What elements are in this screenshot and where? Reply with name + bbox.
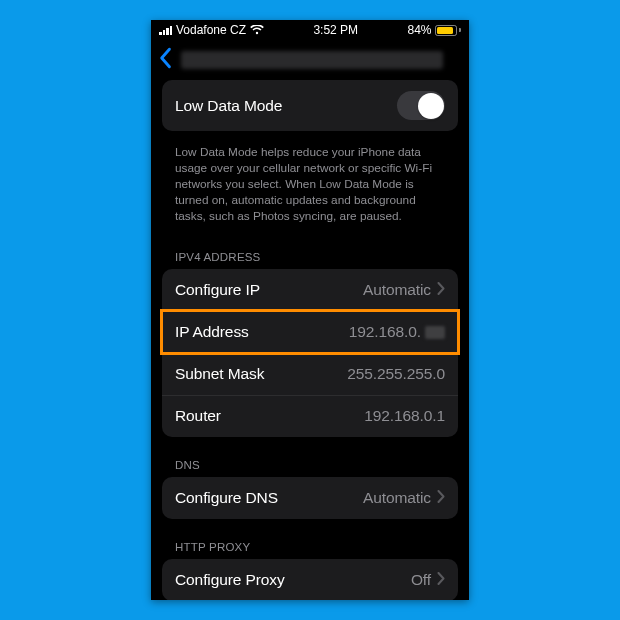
low-data-mode-label: Low Data Mode [175, 97, 282, 115]
low-data-mode-toggle[interactable] [397, 91, 445, 120]
status-bar: Vodafone CZ 3:52 PM 84% [151, 20, 469, 40]
configure-dns-value: Automatic [363, 489, 431, 507]
router-value: 192.168.0.1 [364, 407, 445, 425]
subnet-mask-row: Subnet Mask 255.255.255.0 [162, 353, 458, 395]
status-left: Vodafone CZ [159, 23, 264, 37]
nav-title-redacted [181, 51, 443, 69]
low-data-mode-description: Low Data Mode helps reduce your iPhone d… [162, 139, 458, 237]
battery-percent: 84% [407, 23, 431, 37]
ip-address-value: 192.168.0. [349, 323, 445, 341]
wifi-icon [250, 25, 264, 35]
configure-ip-value: Automatic [363, 281, 431, 299]
proxy-card: Configure Proxy Off [162, 559, 458, 600]
proxy-section-header: HTTP PROXY [162, 527, 458, 559]
back-button[interactable] [157, 47, 173, 73]
ip-address-label: IP Address [175, 323, 249, 341]
low-data-mode-row[interactable]: Low Data Mode [162, 80, 458, 131]
chevron-right-icon [437, 571, 445, 589]
subnet-mask-value: 255.255.255.0 [347, 365, 445, 383]
ipv4-card: Configure IP Automatic IP Address 192.16… [162, 269, 458, 437]
settings-content: Low Data Mode Low Data Mode helps reduce… [151, 80, 469, 600]
nav-bar [151, 40, 469, 80]
configure-dns-row[interactable]: Configure DNS Automatic [162, 477, 458, 519]
toggle-knob [418, 93, 444, 119]
status-time: 3:52 PM [313, 23, 358, 37]
low-data-mode-card: Low Data Mode [162, 80, 458, 131]
phone-screen: Vodafone CZ 3:52 PM 84% Low Data Mode [151, 20, 469, 600]
ipv4-section-header: IPV4 ADDRESS [162, 237, 458, 269]
dns-card: Configure DNS Automatic [162, 477, 458, 519]
chevron-right-icon [437, 489, 445, 507]
configure-proxy-row[interactable]: Configure Proxy Off [162, 559, 458, 600]
cellular-signal-icon [159, 25, 172, 35]
battery-icon [435, 25, 461, 36]
router-row: Router 192.168.0.1 [162, 395, 458, 437]
subnet-mask-label: Subnet Mask [175, 365, 264, 383]
configure-proxy-label: Configure Proxy [175, 571, 285, 589]
configure-dns-label: Configure DNS [175, 489, 278, 507]
chevron-right-icon [437, 281, 445, 299]
configure-proxy-value: Off [411, 571, 431, 589]
configure-ip-label: Configure IP [175, 281, 260, 299]
ip-address-redacted [425, 326, 445, 339]
carrier-label: Vodafone CZ [176, 23, 246, 37]
configure-ip-row[interactable]: Configure IP Automatic [162, 269, 458, 311]
status-right: 84% [407, 23, 461, 37]
router-label: Router [175, 407, 221, 425]
ip-address-row: IP Address 192.168.0. [162, 311, 458, 353]
dns-section-header: DNS [162, 445, 458, 477]
